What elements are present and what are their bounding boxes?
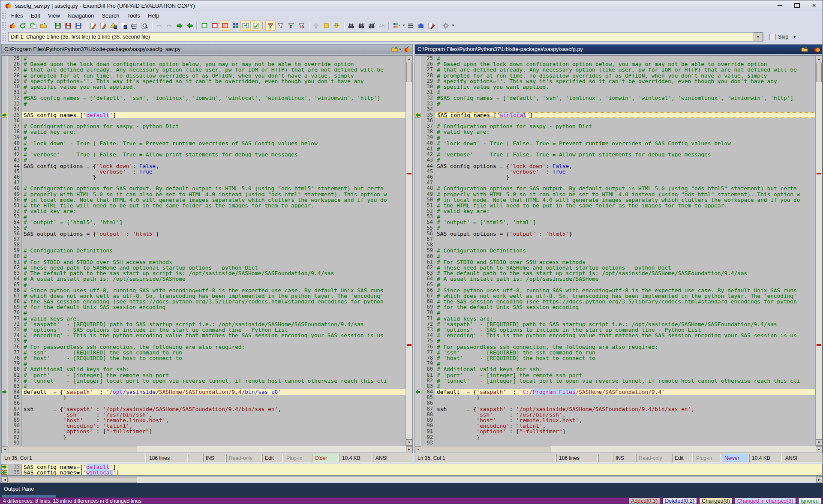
- show-differences-button[interactable]: [210, 21, 220, 31]
- menu-navigation[interactable]: Navigation: [64, 12, 98, 20]
- previous-diff-button[interactable]: [311, 21, 321, 31]
- menu-search[interactable]: Search: [98, 12, 123, 20]
- code-line[interactable]: 44SAS_config_options = {'lock_down': Fal…: [2, 163, 405, 169]
- scroll-right-icon[interactable]: ►: [816, 477, 822, 483]
- replace-button[interactable]: AB: [377, 21, 387, 31]
- code-line[interactable]: 63# The default path to the sas start up…: [2, 270, 405, 276]
- code-line[interactable]: 88 'ssh' : '/usr/bin/ssh',: [2, 412, 405, 417]
- first-file-path-header[interactable]: C:\Program Files\Python\Python37\Lib\sit…: [1, 44, 413, 54]
- first-file-code-area[interactable]: 25#26# Based upon the lock_down configur…: [2, 56, 405, 446]
- code-line[interactable]: 35SAS_config_names=['default']: [2, 112, 405, 118]
- scroll-down-icon[interactable]: ▼: [816, 439, 822, 446]
- recompare-button[interactable]: [18, 21, 28, 31]
- synchronize-panes-button[interactable]: [240, 21, 251, 31]
- code-line[interactable]: 50# in local mode. Note that HTML 4.0 wi…: [2, 197, 405, 203]
- code-line[interactable]: 82# 'tunnel' - [integer] local port to o…: [2, 378, 405, 384]
- code-line[interactable]: 30# specific value you want applied.: [2, 84, 405, 90]
- code-line[interactable]: 38# valid key are:: [415, 129, 815, 135]
- edit-second-button[interactable]: [98, 21, 108, 31]
- code-line[interactable]: 55#: [415, 225, 815, 231]
- scroll-thumb[interactable]: [406, 63, 412, 82]
- scroll-thumb[interactable]: [9, 447, 137, 452]
- code-line[interactable]: 39#: [415, 135, 815, 141]
- diff-marker-icon[interactable]: [415, 389, 421, 395]
- code-line[interactable]: 49# properly with HTML 5.0 so it can als…: [415, 192, 815, 197]
- code-line[interactable]: 93: [415, 440, 815, 446]
- code-line[interactable]: 40# 'lock_down' - True | False. True = P…: [2, 141, 405, 146]
- copy-right-button[interactable]: [174, 21, 185, 31]
- second-file-path-header[interactable]: C:\Program Files\Python\Python37\Lib\sit…: [415, 44, 823, 54]
- code-line[interactable]: 58: [2, 242, 405, 248]
- code-line[interactable]: 35SAS_config_names=['winlocal']: [415, 112, 815, 118]
- scroll-right-icon[interactable]: ►: [816, 446, 822, 452]
- first-file-vertical-scrollbar[interactable]: ▲ ▼: [405, 56, 412, 446]
- code-line[interactable]: 36: [2, 118, 405, 123]
- code-line[interactable]: 48# Configuration options for SAS output…: [415, 186, 815, 191]
- code-line[interactable]: 51# the HTML file will need to be put in…: [415, 203, 815, 208]
- code-line[interactable]: 73# 'options' - SAS options to include i…: [2, 327, 405, 333]
- code-line[interactable]: 66# Since python uses utf-8, running SAS…: [2, 288, 405, 293]
- second-file-code-area[interactable]: 25#26# Based upon the lock_down configur…: [415, 56, 815, 446]
- scroll-down-icon[interactable]: ▼: [406, 439, 412, 446]
- code-line[interactable]: 53#: [2, 214, 405, 219]
- code-line[interactable]: 79#: [2, 361, 405, 366]
- toolbar-grip[interactable]: [2, 21, 6, 30]
- code-line[interactable]: 91 'options' : ["-fullstimer"]: [2, 429, 405, 434]
- code-line[interactable]: 70#: [2, 310, 405, 315]
- code-line[interactable]: 56SAS_output_options = {'output' : 'html…: [2, 231, 405, 237]
- code-line[interactable]: 87ssh = {'saspath' : '/opt/sasinside/SAS…: [415, 406, 815, 412]
- toolbar-grip[interactable]: [2, 33, 6, 42]
- save-report-button[interactable]: [119, 21, 129, 31]
- redo-button[interactable]: [164, 21, 174, 31]
- code-line[interactable]: 43#: [2, 157, 405, 163]
- code-line[interactable]: 27# that are defined already. Any necess…: [415, 67, 815, 72]
- code-line[interactable]: 86: [415, 400, 815, 406]
- copy-left-button[interactable]: [185, 21, 195, 31]
- diff-marker-icon[interactable]: [415, 112, 421, 118]
- save-first-button[interactable]: [53, 21, 63, 31]
- code-line[interactable]: 84default = {'saspath' : '/opt/sasinside…: [2, 389, 405, 395]
- code-line[interactable]: 31#: [415, 90, 815, 95]
- code-line[interactable]: 38# valid key are:: [2, 129, 405, 135]
- code-line[interactable]: 42# 'verbose' - True | False. True = All…: [2, 152, 405, 157]
- code-line[interactable]: 77# 'ssh' - [REQUIRED] the ssh command t…: [415, 350, 815, 355]
- code-line[interactable]: 48# Configuration options for SAS output…: [2, 186, 405, 191]
- code-line[interactable]: 43#: [415, 157, 815, 163]
- code-line[interactable]: 82# 'tunnel' - [integer] local port to o…: [415, 378, 815, 384]
- compare-button[interactable]: [7, 21, 18, 31]
- second-file-vertical-scrollbar[interactable]: ▲ ▼: [815, 56, 822, 446]
- checkbox-icon[interactable]: [769, 34, 776, 40]
- code-line[interactable]: 76# For passwordless ssh connection, the…: [415, 344, 815, 350]
- code-line[interactable]: 62# These need path to SASHome and optio…: [415, 265, 815, 270]
- code-line[interactable]: 71# valid keys are:: [2, 316, 405, 321]
- chevron-down-icon[interactable]: ▼: [793, 35, 796, 39]
- code-line[interactable]: 26# Based upon the lock_down configurati…: [415, 61, 815, 67]
- code-line[interactable]: 71# valid keys are:: [415, 316, 815, 321]
- code-line[interactable]: 46 }: [2, 174, 405, 180]
- code-line[interactable]: 60#: [415, 254, 815, 259]
- code-line[interactable]: 34: [415, 107, 815, 112]
- code-line[interactable]: 57: [2, 237, 405, 242]
- code-line[interactable]: 66# Since python uses utf-8, running SAS…: [415, 288, 815, 293]
- code-line[interactable]: 50# in local mode. Note that HTML 4.0 wi…: [415, 197, 815, 203]
- code-line[interactable]: 36: [415, 118, 815, 123]
- find-next-button[interactable]: [356, 21, 366, 31]
- scroll-up-icon[interactable]: ▲: [816, 56, 822, 62]
- scroll-right-icon[interactable]: ►: [406, 446, 412, 452]
- filter-all-button[interactable]: [265, 21, 276, 31]
- code-line[interactable]: 74# 'encoding' - This is the python enco…: [2, 333, 405, 338]
- code-line[interactable]: 41#: [415, 146, 815, 152]
- code-line[interactable]: 78# 'host' - [REQUIRED] the host to conn…: [2, 355, 405, 361]
- code-line[interactable]: 28# prompted for at run time. To dissall…: [415, 73, 815, 78]
- four-pane-button[interactable]: [230, 21, 240, 31]
- split-view-button[interactable]: [220, 21, 230, 31]
- code-line[interactable]: 61# For STDIO and STDIO over SSH access …: [415, 259, 815, 265]
- plugins-button[interactable]: [416, 21, 426, 31]
- code-line[interactable]: 83#: [415, 384, 815, 389]
- menu-edit[interactable]: Edit: [27, 12, 44, 20]
- menu-help[interactable]: Help: [144, 12, 163, 20]
- open-files-button[interactable]: [38, 21, 48, 31]
- menu-files[interactable]: Files: [7, 12, 27, 20]
- code-line[interactable]: 54# 'output' = ['html5', 'html']: [2, 219, 405, 225]
- code-line[interactable]: 64# A usual install path is: /opt/sasins…: [2, 276, 405, 282]
